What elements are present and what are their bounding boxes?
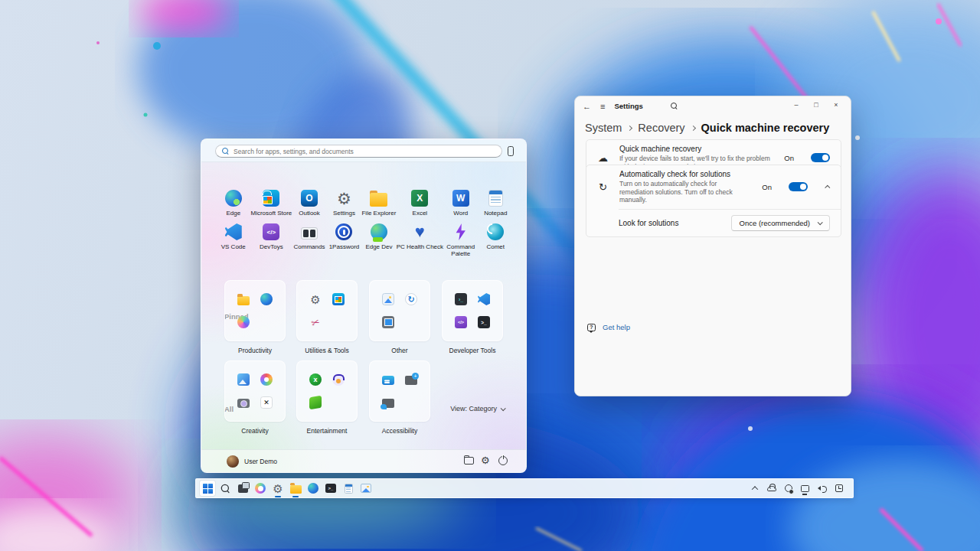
auto-check-toggle[interactable] [789, 182, 808, 191]
back-arrow-icon[interactable]: ← [583, 102, 591, 111]
pinned-app-word[interactable]: WWord [443, 187, 478, 218]
pinned-app-label: Edge Dev [365, 243, 392, 250]
user-name[interactable]: User Demo [244, 458, 277, 465]
category-label: Productivity [224, 347, 286, 354]
category-label: Other [369, 347, 430, 354]
comet-icon [487, 223, 504, 240]
pinned-app-comet[interactable]: Comet [479, 220, 513, 259]
pinned-app-label: File Explorer [361, 210, 396, 217]
notepad-icon [488, 190, 503, 207]
breadcrumb: System Recovery Quick machine recovery [575, 116, 851, 139]
pinned-app-devtoys[interactable]: </>DevToys [250, 220, 292, 259]
pinned-app-microsoft-store[interactable]: Microsoft Store [250, 187, 292, 218]
devtoys-icon: </> [455, 316, 467, 328]
category-tile-productivity[interactable]: Productivity [224, 280, 286, 354]
category-tile-entertainment[interactable]: x Entertainment [296, 360, 358, 435]
live-captions-icon [382, 376, 394, 385]
terminal-icon [478, 316, 490, 328]
taskbar-edge-button[interactable] [305, 480, 322, 497]
taskbar-search-button[interactable] [217, 480, 234, 497]
settings-gear-icon[interactable]: ⚙ [481, 455, 491, 465]
xbox-icon: x [309, 373, 322, 386]
pinned-app-edge[interactable]: Edge [216, 187, 250, 218]
pinned-app-label: VS Code [221, 243, 246, 250]
category-tile-creativity[interactable]: ✕ Creativity [224, 360, 286, 435]
clock-icon[interactable] [834, 484, 844, 494]
start-button[interactable] [199, 480, 216, 497]
dropdown-value: Once (recommended) [740, 219, 810, 227]
volume-icon[interactable] [817, 484, 827, 494]
search-input[interactable] [234, 148, 495, 155]
minimize-icon[interactable]: – [786, 96, 806, 113]
copilot-button[interactable] [252, 480, 269, 497]
category-tile-developer-tools[interactable]: </> Developer Tools [442, 280, 503, 354]
task-view-button[interactable] [234, 480, 251, 497]
pinned-app-label: 1Password [329, 243, 360, 250]
pinned-app-edge-dev[interactable]: Edge Dev [361, 220, 396, 259]
breadcrumb-recovery[interactable]: Recovery [638, 122, 684, 134]
settings-window-title: Settings [614, 102, 642, 110]
look-for-solutions-dropdown[interactable]: Once (recommended) [731, 215, 830, 231]
search-icon[interactable] [671, 103, 678, 109]
category-label: Entertainment [296, 427, 358, 435]
pinned-app-notepad[interactable]: Notepad [479, 187, 513, 218]
settings-gear-icon: ⚙ [309, 293, 322, 305]
maximize-icon[interactable]: □ [806, 96, 826, 113]
settings-window: ← ≡ Settings – □ × System Recovery Quick… [574, 96, 851, 396]
taskbar-notepad-button[interactable] [340, 480, 357, 497]
pinned-app-file-explorer[interactable]: File Explorer [361, 187, 396, 218]
network-display-icon[interactable] [800, 484, 810, 494]
close-icon[interactable]: × [826, 96, 846, 113]
settings-gear-icon: ⚙ [273, 483, 283, 494]
paint-icon [260, 373, 273, 386]
pinned-app-commands[interactable]: Commands [292, 220, 326, 259]
command-palette-icon [454, 223, 468, 240]
film-app-icon [309, 396, 322, 409]
start-menu-footer: User Demo ⚙ [201, 449, 526, 472]
photos-editor-icon [382, 293, 394, 305]
quick-machine-recovery-toggle[interactable] [811, 153, 830, 162]
onedrive-cloud-icon[interactable] [766, 484, 776, 494]
pinned-app-outlook[interactable]: OOutlook [292, 187, 326, 218]
media-player-icon [332, 373, 345, 386]
hamburger-menu-icon[interactable]: ≡ [600, 102, 605, 111]
taskbar-settings-button[interactable]: ⚙ [270, 480, 286, 497]
taskbar-photos-button[interactable] [358, 480, 374, 497]
pinned-app-label: Command Palette [444, 243, 478, 257]
pinned-app-vscode[interactable]: VS Code [216, 220, 250, 259]
get-help-link[interactable]: ? Get help [587, 323, 630, 331]
chevron-up-icon[interactable] [825, 184, 830, 190]
microsoft-store-icon [332, 293, 345, 305]
hidden-icons-chevron[interactable] [750, 484, 760, 494]
phone-link-icon[interactable] [508, 146, 514, 156]
auto-check-header-row[interactable]: ↻ Automatically check for solutions Turn… [586, 165, 841, 209]
documents-folder-icon[interactable] [464, 457, 474, 465]
taskbar-terminal-button[interactable]: >_ [322, 480, 339, 497]
snipping-tool-icon: ✂ [308, 315, 324, 331]
category-tile-utilities-tools[interactable]: ⚙✂ Utilities & Tools [296, 280, 358, 354]
power-icon[interactable] [498, 456, 508, 465]
photos-icon [361, 484, 371, 493]
taskbar-file-explorer-button[interactable] [287, 480, 304, 497]
windows-security-icon[interactable] [783, 484, 793, 494]
setting-title: Automatically check for solutions [619, 170, 751, 178]
category-tile-other[interactable]: ↻ Other [369, 280, 430, 354]
game-cluster-icon [332, 396, 345, 409]
chevron-down-icon [818, 220, 823, 225]
pinned-app-pc-health-check[interactable]: ♥PC Health Check [397, 220, 443, 259]
chevron-right-icon [627, 126, 632, 131]
sync-icon: ↻ [405, 293, 417, 305]
setting-title: Quick machine recovery [619, 145, 773, 153]
start-search-band [201, 139, 526, 162]
view-category-dropdown[interactable]: View: Category [450, 405, 505, 412]
start-search-box[interactable] [215, 145, 502, 158]
user-avatar[interactable] [227, 455, 239, 468]
settings-gear-icon: ⚙ [337, 191, 351, 207]
pinned-app-1password[interactable]: 1Password [327, 220, 361, 259]
pinned-app-excel[interactable]: XExcel [397, 187, 443, 218]
pinned-app-settings[interactable]: ⚙Settings [327, 187, 361, 218]
breadcrumb-system[interactable]: System [585, 122, 622, 134]
category-tile-accessibility[interactable]: Accessibility [369, 360, 430, 435]
file-explorer-icon [370, 193, 387, 207]
pinned-app-command-palette[interactable]: Command Palette [443, 220, 478, 259]
